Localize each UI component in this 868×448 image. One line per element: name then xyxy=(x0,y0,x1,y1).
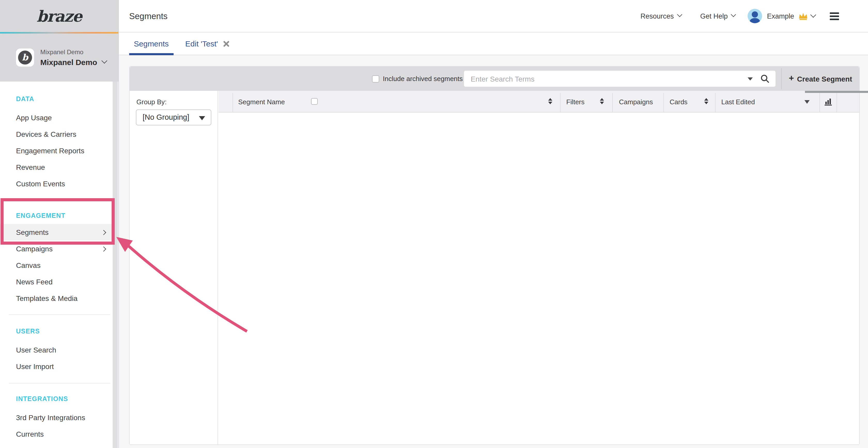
brand-header: braze xyxy=(0,0,118,32)
analytics-chart-icon[interactable] xyxy=(824,98,833,108)
sidebar-item-app-usage[interactable]: App Usage xyxy=(0,109,112,126)
sidebar-section-data: DATA xyxy=(0,93,118,105)
column-segment-name[interactable]: Segment Name xyxy=(238,91,285,112)
tab-edit-test[interactable]: Edit 'Test' xyxy=(181,32,234,55)
sidebar-item-campaigns[interactable]: Campaigns xyxy=(0,241,112,257)
column-campaigns[interactable]: Campaigns xyxy=(619,91,653,112)
top-bar: Segments Resources Get Help Example xyxy=(119,0,868,33)
search-icon[interactable] xyxy=(761,74,769,85)
column-cards[interactable]: Cards xyxy=(670,91,687,112)
hamburger-menu-icon[interactable] xyxy=(830,12,839,20)
sort-icon[interactable] xyxy=(704,98,708,104)
plus-icon: + xyxy=(789,73,794,83)
column-filters[interactable]: Filters xyxy=(566,91,585,112)
group-by-value: [No Grouping] xyxy=(143,113,189,121)
segments-card: Include archived segments + Create Segme… xyxy=(129,66,860,445)
horizontal-scrollbar-thumb[interactable] xyxy=(805,91,868,93)
column-last-edited[interactable]: Last Edited xyxy=(721,91,755,112)
include-archived-checkbox[interactable] xyxy=(372,75,379,82)
workspace-text: Mixpanel Demo Mixpanel Demo xyxy=(40,48,106,67)
chevron-down-icon[interactable] xyxy=(810,12,816,18)
search-box xyxy=(464,71,776,87)
select-all-checkbox[interactable] xyxy=(311,98,318,105)
sidebar-section-users: USERS xyxy=(0,325,118,338)
search-input[interactable] xyxy=(464,71,776,87)
table-header: Segment Name Filters Campaigns Cards Las… xyxy=(219,91,859,112)
crown-icon xyxy=(798,12,808,20)
get-help-menu[interactable]: Get Help xyxy=(700,12,736,20)
sidebar-item-user-import[interactable]: User Import xyxy=(0,358,112,375)
sidebar-item-revenue[interactable]: Revenue xyxy=(0,159,112,175)
chevron-right-icon xyxy=(101,230,106,235)
workspace-name: Mixpanel Demo xyxy=(40,58,97,67)
sidebar: braze b Mixpanel Demo Mixpanel Demo DATA xyxy=(0,0,119,448)
sidebar-item-segments[interactable]: Segments xyxy=(0,224,112,241)
user-avatar[interactable] xyxy=(748,9,762,23)
create-segment-button[interactable]: + Create Segment xyxy=(782,67,859,91)
sidebar-item-currents[interactable]: Currents xyxy=(0,426,112,442)
workspace-icon: b xyxy=(16,48,34,67)
search-dropdown-caret-icon[interactable] xyxy=(748,77,753,80)
group-by-label: Group By: xyxy=(136,98,167,106)
group-by-panel: Group By: [No Grouping] xyxy=(130,91,218,444)
sidebar-nav: DATA App Usage Devices & Carriers Engage… xyxy=(0,93,118,442)
chevron-right-icon xyxy=(101,246,106,252)
workspace-app-name: Mixpanel Demo xyxy=(40,48,106,56)
sidebar-item-devices-carriers[interactable]: Devices & Carriers xyxy=(0,126,112,142)
workspace-selector[interactable]: b Mixpanel Demo Mixpanel Demo xyxy=(0,34,118,81)
sort-icon[interactable] xyxy=(600,98,604,104)
sidebar-item-news-feed[interactable]: News Feed xyxy=(0,274,112,290)
page-title: Segments xyxy=(129,11,168,21)
resources-menu[interactable]: Resources xyxy=(641,12,681,20)
group-by-select[interactable]: [No Grouping] xyxy=(136,109,211,126)
sidebar-divider xyxy=(9,383,110,383)
sidebar-item-3rd-party-integrations[interactable]: 3rd Party Integrations xyxy=(0,409,112,426)
braze-logo: braze xyxy=(37,7,82,25)
sidebar-item-canvas[interactable]: Canvas xyxy=(0,257,112,274)
filter-bar: Include archived segments + Create Segme… xyxy=(130,67,859,91)
braze-dashboard: braze b Mixpanel Demo Mixpanel Demo DATA xyxy=(0,0,868,448)
workspace-icon-circle: b xyxy=(18,50,32,65)
tab-segments[interactable]: Segments xyxy=(129,32,173,55)
sidebar-item-user-search[interactable]: User Search xyxy=(0,342,112,358)
avatar-person-icon xyxy=(752,11,758,18)
sidebar-item-templates-media[interactable]: Templates & Media xyxy=(0,290,112,307)
table-body-empty xyxy=(219,112,859,444)
sidebar-item-engagement-reports[interactable]: Engagement Reports xyxy=(0,142,112,159)
sidebar-section-integrations: INTEGRATIONS xyxy=(0,393,118,405)
workspace-icon-letter: b xyxy=(22,53,28,62)
dropdown-caret-icon xyxy=(199,116,205,120)
chevron-down-icon xyxy=(101,58,107,64)
sidebar-divider xyxy=(9,314,110,315)
sidebar-item-custom-events[interactable]: Custom Events xyxy=(0,175,112,192)
chevron-down-icon xyxy=(731,12,736,17)
sort-caret-icon[interactable] xyxy=(804,100,810,104)
sidebar-scrollbar[interactable] xyxy=(113,81,118,448)
sidebar-section-engagement: ENGAGEMENT xyxy=(0,210,118,222)
tab-bar: Segments Edit 'Test' xyxy=(119,33,868,55)
include-archived-label: Include archived segments xyxy=(383,75,463,82)
sort-icon[interactable] xyxy=(548,98,552,104)
chevron-down-icon xyxy=(677,12,682,17)
active-tab-underline xyxy=(129,53,173,55)
user-name[interactable]: Example xyxy=(767,12,794,20)
close-tab-icon[interactable] xyxy=(223,40,229,47)
